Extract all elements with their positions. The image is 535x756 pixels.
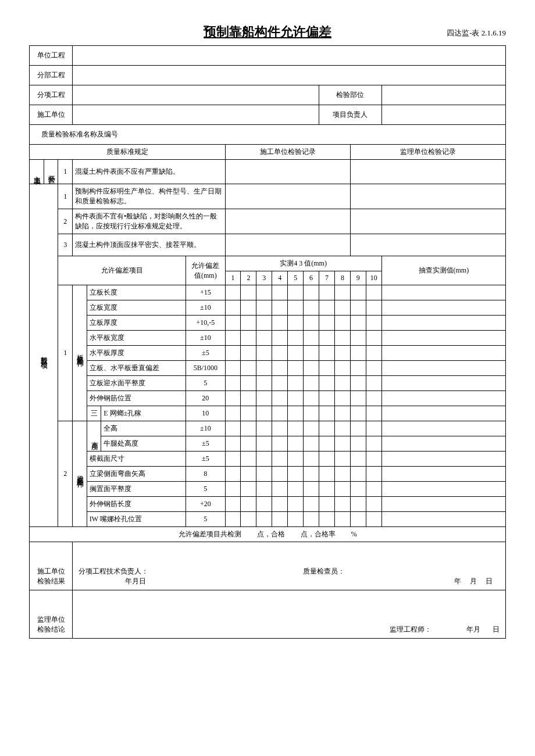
cell[interactable] [350, 391, 366, 406]
cell[interactable] [381, 512, 505, 527]
construction-result-box[interactable]: 分项工程技术负责人： 质量检查员： 年月日 年 月 日 [73, 542, 506, 590]
cell[interactable] [366, 482, 381, 497]
cell[interactable] [256, 482, 272, 497]
cell[interactable] [288, 467, 304, 482]
cell[interactable] [334, 376, 350, 391]
input-project-leader[interactable] [381, 105, 505, 125]
cell[interactable] [319, 285, 335, 300]
cell[interactable] [272, 406, 288, 421]
cell[interactable] [381, 421, 505, 436]
cell[interactable] [319, 497, 335, 512]
cell[interactable] [288, 497, 304, 512]
cell[interactable] [366, 497, 381, 512]
cell[interactable] [241, 406, 256, 421]
cell[interactable] [334, 482, 350, 497]
cell[interactable] [288, 316, 304, 331]
cell[interactable] [381, 452, 505, 467]
cell[interactable] [381, 331, 505, 346]
cell[interactable] [304, 421, 319, 436]
cell[interactable] [288, 512, 304, 527]
cell[interactable] [304, 316, 319, 331]
cell[interactable] [366, 436, 381, 452]
cell[interactable] [272, 300, 288, 316]
cell[interactable] [272, 285, 288, 300]
input-unit-project[interactable] [73, 46, 506, 66]
input-sub-project[interactable] [73, 66, 506, 85]
cell[interactable] [319, 406, 335, 421]
cell[interactable] [381, 300, 505, 316]
cell[interactable] [350, 285, 366, 300]
cell[interactable] [225, 346, 241, 361]
cell[interactable] [225, 331, 241, 346]
cell[interactable] [288, 346, 304, 361]
cell[interactable] [288, 285, 304, 300]
cell[interactable] [334, 512, 350, 527]
cell[interactable] [334, 467, 350, 482]
cell[interactable] [350, 467, 366, 482]
cell[interactable] [350, 421, 366, 436]
cell[interactable] [225, 316, 241, 331]
cell[interactable] [241, 285, 256, 300]
cell[interactable] [304, 376, 319, 391]
cell[interactable] [334, 497, 350, 512]
cell[interactable] [381, 406, 505, 421]
cell[interactable] [304, 391, 319, 406]
cell[interactable] [256, 467, 272, 482]
cell[interactable] [366, 316, 381, 331]
gen-1-sup[interactable] [350, 184, 505, 209]
cell[interactable] [272, 452, 288, 467]
cell[interactable] [304, 331, 319, 346]
gen-1-rec[interactable] [225, 184, 350, 209]
cell[interactable] [288, 436, 304, 452]
cell[interactable] [319, 482, 335, 497]
cell[interactable] [334, 300, 350, 316]
cell[interactable] [350, 331, 366, 346]
cell[interactable] [288, 421, 304, 436]
cell[interactable] [256, 421, 272, 436]
cell[interactable] [225, 482, 241, 497]
cell[interactable] [256, 436, 272, 452]
cell[interactable] [272, 316, 288, 331]
cell[interactable] [350, 406, 366, 421]
cell[interactable] [350, 452, 366, 467]
cell[interactable] [225, 452, 241, 467]
cell[interactable] [319, 331, 335, 346]
cell[interactable] [350, 512, 366, 527]
cell[interactable] [334, 436, 350, 452]
cell[interactable] [381, 376, 505, 391]
cell[interactable] [272, 361, 288, 376]
cell[interactable] [272, 436, 288, 452]
cell[interactable] [334, 316, 350, 331]
cell[interactable] [272, 512, 288, 527]
cell[interactable] [304, 285, 319, 300]
cell[interactable] [350, 316, 366, 331]
cell[interactable] [366, 361, 381, 376]
cell[interactable] [241, 482, 256, 497]
cell[interactable] [225, 391, 241, 406]
cell[interactable] [288, 361, 304, 376]
cell[interactable] [241, 391, 256, 406]
cell[interactable] [288, 331, 304, 346]
cell[interactable] [334, 391, 350, 406]
cell[interactable] [241, 361, 256, 376]
cell[interactable] [272, 331, 288, 346]
cell[interactable] [334, 346, 350, 361]
cell[interactable] [256, 497, 272, 512]
cell[interactable] [350, 482, 366, 497]
cell[interactable] [350, 300, 366, 316]
cell[interactable] [304, 497, 319, 512]
cell[interactable] [241, 316, 256, 331]
cell[interactable] [304, 406, 319, 421]
cell[interactable] [304, 300, 319, 316]
cell[interactable] [241, 331, 256, 346]
cell[interactable] [241, 421, 256, 436]
cell[interactable] [319, 436, 335, 452]
cell[interactable] [225, 436, 241, 452]
main-item-supervision[interactable] [350, 160, 505, 184]
main-item-record[interactable] [225, 160, 350, 184]
cell[interactable] [319, 300, 335, 316]
cell[interactable] [256, 300, 272, 316]
cell[interactable] [381, 361, 505, 376]
cell[interactable] [288, 300, 304, 316]
cell[interactable] [366, 391, 381, 406]
